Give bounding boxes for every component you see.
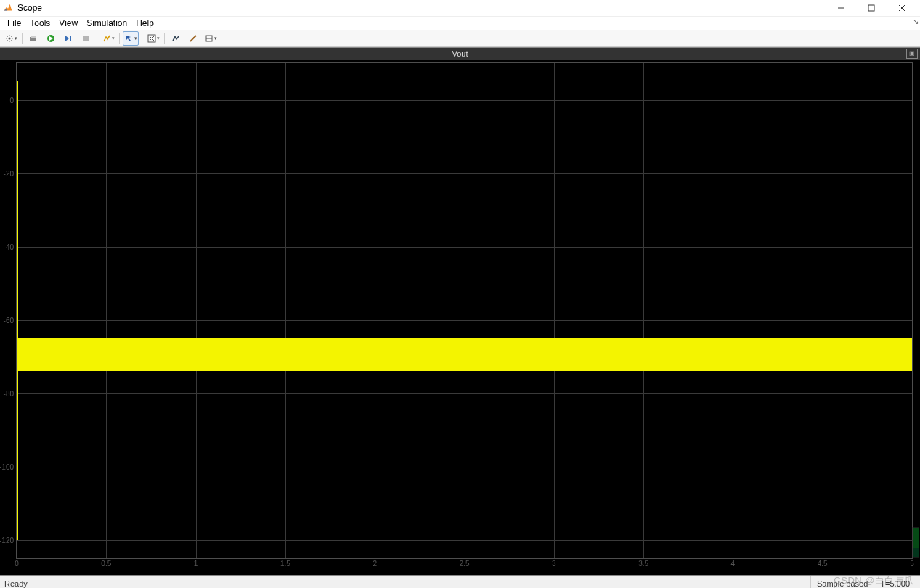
- trace-vout: [17, 338, 912, 371]
- titlebar: Scope: [0, 0, 920, 17]
- y-tick-label: 0: [0, 96, 14, 104]
- minimize-button[interactable]: [826, 0, 856, 16]
- grid-line: [823, 63, 823, 558]
- signal-stats-button[interactable]: [168, 31, 184, 46]
- menu-file[interactable]: File: [4, 18, 24, 28]
- axes[interactable]: 00.511.522.533.544.550-20-40-60-80-100-1…: [16, 62, 913, 559]
- highlight-signal-button[interactable]: ▾: [100, 31, 116, 46]
- measurements-button[interactable]: [185, 31, 201, 46]
- y-tick-label: -20: [0, 169, 14, 177]
- grid-line: [554, 63, 555, 558]
- zoom-fit-button[interactable]: ▾: [145, 31, 161, 46]
- svg-line-16: [152, 36, 154, 38]
- status-time: T=5.000: [874, 576, 916, 588]
- configure-button[interactable]: ▾: [3, 31, 19, 46]
- maximize-axes-icon[interactable]: ▣: [906, 49, 918, 59]
- grid-line: [196, 63, 197, 558]
- x-tick-label: 5: [910, 560, 914, 568]
- svg-marker-10: [65, 36, 69, 41]
- grid-line: [285, 63, 286, 558]
- grid-line: [375, 63, 375, 558]
- performance-meter: [912, 527, 919, 558]
- grid-line: [17, 540, 912, 541]
- x-tick-label: 0: [15, 560, 19, 568]
- grid-line: [17, 393, 912, 394]
- cursor-zoom-button[interactable]: ▾: [123, 31, 139, 46]
- grid-line: [106, 63, 107, 558]
- x-tick-label: 4.5: [818, 560, 828, 568]
- svg-marker-13: [126, 36, 131, 41]
- y-tick-label: -100: [0, 462, 14, 470]
- toolbar: ▾ ▾ ▾ ▾ ▾: [0, 30, 920, 47]
- trace-vout-transient: [17, 81, 18, 539]
- menu-view[interactable]: View: [56, 18, 81, 28]
- x-tick-label: 1: [194, 560, 198, 568]
- grid-line: [465, 63, 465, 558]
- status-mode: Sample based: [810, 576, 874, 588]
- svg-line-15: [150, 36, 151, 38]
- stop-button[interactable]: [78, 31, 94, 46]
- plot-frame: Vout ▣ 00.511.522.533.544.550-20-40-60-8…: [0, 47, 920, 576]
- grid-line: [17, 320, 912, 321]
- svg-rect-14: [148, 35, 155, 42]
- print-button[interactable]: [25, 31, 41, 46]
- window-title: Scope: [17, 3, 42, 13]
- triggers-button[interactable]: ▾: [203, 31, 219, 46]
- dock-icon[interactable]: ↘: [913, 17, 919, 25]
- y-tick-label: -60: [0, 316, 14, 324]
- x-tick-label: 1.5: [280, 560, 290, 568]
- statusbar: Ready Sample based T=5.000: [0, 576, 920, 588]
- step-forward-button[interactable]: [60, 31, 76, 46]
- menu-help[interactable]: Help: [133, 18, 157, 28]
- maximize-button[interactable]: [856, 0, 887, 16]
- x-tick-label: 0.5: [101, 560, 111, 568]
- x-tick-label: 2: [373, 560, 377, 568]
- matlab-icon: [3, 3, 13, 13]
- grid-line: [17, 173, 912, 174]
- plot-title-bar: Vout ▣: [0, 48, 920, 60]
- svg-line-18: [152, 39, 154, 41]
- svg-rect-7: [31, 36, 36, 38]
- y-tick-label: -120: [0, 536, 14, 544]
- grid-line: [643, 63, 644, 558]
- close-button[interactable]: [887, 0, 917, 16]
- svg-rect-11: [70, 36, 71, 41]
- menu-tools[interactable]: Tools: [27, 18, 53, 28]
- grid-line: [17, 247, 912, 248]
- svg-line-22: [193, 37, 194, 38]
- svg-line-17: [150, 39, 151, 41]
- menu-simulation[interactable]: Simulation: [84, 18, 130, 28]
- grid-line: [733, 63, 733, 558]
- y-tick-label: -80: [0, 389, 14, 397]
- status-ready: Ready: [4, 579, 28, 588]
- svg-point-5: [8, 38, 10, 40]
- x-tick-label: 4: [731, 560, 736, 568]
- menubar: File Tools View Simulation Help ↘: [0, 17, 920, 30]
- x-tick-label: 3: [552, 560, 556, 568]
- grid-line: [17, 100, 912, 101]
- y-tick-label: -40: [0, 242, 14, 250]
- plot-title: Vout: [452, 49, 468, 58]
- svg-rect-12: [83, 36, 89, 41]
- x-tick-label: 2.5: [460, 560, 470, 568]
- svg-line-21: [192, 38, 192, 39]
- run-button[interactable]: [43, 31, 59, 46]
- svg-rect-1: [868, 5, 874, 11]
- svg-point-19: [174, 36, 176, 38]
- svg-line-20: [190, 36, 196, 41]
- x-tick-label: 3.5: [638, 560, 648, 568]
- grid-line: [17, 467, 912, 467]
